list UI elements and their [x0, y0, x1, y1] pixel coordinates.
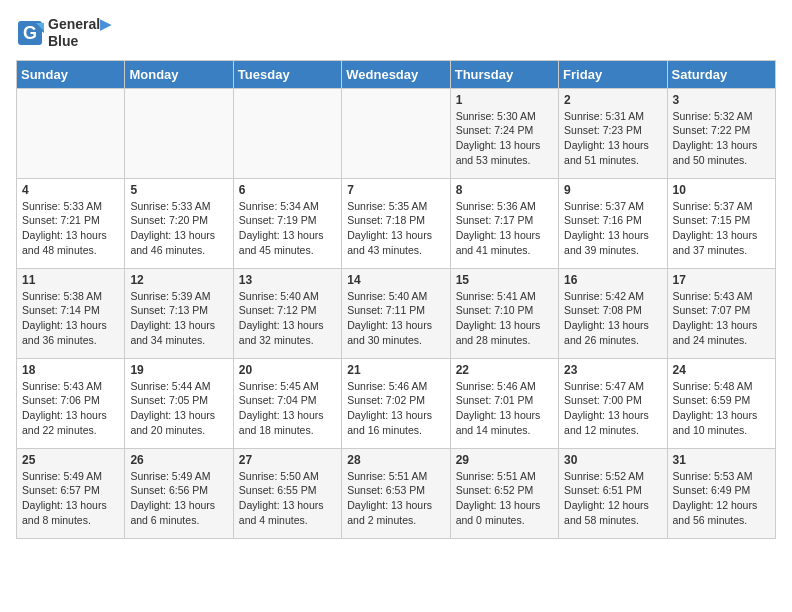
cell-info-line: and 4 minutes.	[239, 513, 336, 528]
cell-info-line: Daylight: 13 hours	[130, 228, 227, 243]
cell-info-line: Sunrise: 5:37 AM	[673, 199, 770, 214]
day-number: 16	[564, 273, 661, 287]
day-number: 12	[130, 273, 227, 287]
cell-info-line: Sunrise: 5:50 AM	[239, 469, 336, 484]
cell-info-line: Sunrise: 5:35 AM	[347, 199, 444, 214]
cell-info-line: and 20 minutes.	[130, 423, 227, 438]
cell-info-line: and 48 minutes.	[22, 243, 119, 258]
day-number: 15	[456, 273, 553, 287]
cell-info-line: and 53 minutes.	[456, 153, 553, 168]
cell-info-line: Sunset: 6:51 PM	[564, 483, 661, 498]
cell-info-line: Sunrise: 5:53 AM	[673, 469, 770, 484]
calendar-cell: 5Sunrise: 5:33 AMSunset: 7:20 PMDaylight…	[125, 178, 233, 268]
calendar-cell: 29Sunrise: 5:51 AMSunset: 6:52 PMDayligh…	[450, 448, 558, 538]
cell-info-line: Sunset: 6:59 PM	[673, 393, 770, 408]
day-number: 4	[22, 183, 119, 197]
cell-info-line: Daylight: 13 hours	[22, 408, 119, 423]
cell-info-line: Sunrise: 5:49 AM	[22, 469, 119, 484]
day-header-friday: Friday	[559, 60, 667, 88]
cell-info-line: Sunrise: 5:41 AM	[456, 289, 553, 304]
cell-info-line: Sunrise: 5:46 AM	[347, 379, 444, 394]
cell-info-line: Daylight: 13 hours	[130, 408, 227, 423]
cell-info-line: Sunrise: 5:46 AM	[456, 379, 553, 394]
cell-info-line: Sunrise: 5:48 AM	[673, 379, 770, 394]
cell-info-line: and 32 minutes.	[239, 333, 336, 348]
cell-info-line: and 26 minutes.	[564, 333, 661, 348]
day-number: 25	[22, 453, 119, 467]
svg-text:G: G	[23, 23, 37, 43]
calendar-cell: 1Sunrise: 5:30 AMSunset: 7:24 PMDaylight…	[450, 88, 558, 178]
calendar-week-row: 18Sunrise: 5:43 AMSunset: 7:06 PMDayligh…	[17, 358, 776, 448]
cell-info-line: Sunset: 6:56 PM	[130, 483, 227, 498]
cell-info-line: Sunrise: 5:44 AM	[130, 379, 227, 394]
cell-info-line: Sunrise: 5:31 AM	[564, 109, 661, 124]
cell-info-line: Sunset: 7:14 PM	[22, 303, 119, 318]
day-header-sunday: Sunday	[17, 60, 125, 88]
cell-info-line: and 6 minutes.	[130, 513, 227, 528]
cell-info-line: Sunset: 7:21 PM	[22, 213, 119, 228]
calendar-cell: 15Sunrise: 5:41 AMSunset: 7:10 PMDayligh…	[450, 268, 558, 358]
day-number: 24	[673, 363, 770, 377]
calendar-cell	[233, 88, 341, 178]
cell-info-line: and 45 minutes.	[239, 243, 336, 258]
cell-info-line: Daylight: 13 hours	[239, 318, 336, 333]
cell-info-line: Sunset: 7:05 PM	[130, 393, 227, 408]
calendar-cell: 10Sunrise: 5:37 AMSunset: 7:15 PMDayligh…	[667, 178, 775, 268]
cell-info-line: Sunset: 6:53 PM	[347, 483, 444, 498]
cell-info-line: Sunrise: 5:33 AM	[130, 199, 227, 214]
cell-info-line: Sunset: 7:16 PM	[564, 213, 661, 228]
calendar-cell: 27Sunrise: 5:50 AMSunset: 6:55 PMDayligh…	[233, 448, 341, 538]
day-number: 22	[456, 363, 553, 377]
day-number: 30	[564, 453, 661, 467]
calendar-cell: 30Sunrise: 5:52 AMSunset: 6:51 PMDayligh…	[559, 448, 667, 538]
cell-info-line: Daylight: 13 hours	[564, 138, 661, 153]
cell-info-line: and 56 minutes.	[673, 513, 770, 528]
cell-info-line: Daylight: 12 hours	[673, 498, 770, 513]
logo-icon: G	[16, 19, 44, 47]
cell-info-line: Sunrise: 5:40 AM	[239, 289, 336, 304]
day-header-wednesday: Wednesday	[342, 60, 450, 88]
calendar-week-row: 11Sunrise: 5:38 AMSunset: 7:14 PMDayligh…	[17, 268, 776, 358]
cell-info-line: Sunset: 6:49 PM	[673, 483, 770, 498]
calendar-cell: 19Sunrise: 5:44 AMSunset: 7:05 PMDayligh…	[125, 358, 233, 448]
cell-info-line: and 41 minutes.	[456, 243, 553, 258]
cell-info-line: and 28 minutes.	[456, 333, 553, 348]
cell-info-line: and 37 minutes.	[673, 243, 770, 258]
cell-info-line: Sunrise: 5:49 AM	[130, 469, 227, 484]
cell-info-line: Daylight: 13 hours	[130, 318, 227, 333]
day-number: 10	[673, 183, 770, 197]
day-number: 18	[22, 363, 119, 377]
cell-info-line: Sunset: 7:10 PM	[456, 303, 553, 318]
day-number: 26	[130, 453, 227, 467]
day-number: 7	[347, 183, 444, 197]
cell-info-line: and 39 minutes.	[564, 243, 661, 258]
day-number: 2	[564, 93, 661, 107]
cell-info-line: Daylight: 13 hours	[456, 408, 553, 423]
cell-info-line: Sunrise: 5:51 AM	[456, 469, 553, 484]
cell-info-line: Sunset: 7:24 PM	[456, 123, 553, 138]
calendar-cell: 31Sunrise: 5:53 AMSunset: 6:49 PMDayligh…	[667, 448, 775, 538]
cell-info-line: and 0 minutes.	[456, 513, 553, 528]
day-number: 29	[456, 453, 553, 467]
calendar-week-row: 1Sunrise: 5:30 AMSunset: 7:24 PMDaylight…	[17, 88, 776, 178]
cell-info-line: Sunset: 7:07 PM	[673, 303, 770, 318]
calendar-cell: 14Sunrise: 5:40 AMSunset: 7:11 PMDayligh…	[342, 268, 450, 358]
cell-info-line: and 34 minutes.	[130, 333, 227, 348]
logo-text: General▶ Blue	[48, 16, 111, 50]
calendar-cell: 8Sunrise: 5:36 AMSunset: 7:17 PMDaylight…	[450, 178, 558, 268]
cell-info-line: and 30 minutes.	[347, 333, 444, 348]
cell-info-line: and 8 minutes.	[22, 513, 119, 528]
cell-info-line: Sunrise: 5:40 AM	[347, 289, 444, 304]
cell-info-line: Sunset: 7:17 PM	[456, 213, 553, 228]
day-number: 20	[239, 363, 336, 377]
cell-info-line: Daylight: 13 hours	[673, 138, 770, 153]
cell-info-line: Daylight: 13 hours	[239, 408, 336, 423]
calendar-cell: 17Sunrise: 5:43 AMSunset: 7:07 PMDayligh…	[667, 268, 775, 358]
cell-info-line: and 51 minutes.	[564, 153, 661, 168]
calendar-cell: 28Sunrise: 5:51 AMSunset: 6:53 PMDayligh…	[342, 448, 450, 538]
calendar-cell	[125, 88, 233, 178]
cell-info-line: Daylight: 13 hours	[239, 228, 336, 243]
cell-info-line: Daylight: 13 hours	[347, 408, 444, 423]
cell-info-line: Sunset: 7:22 PM	[673, 123, 770, 138]
cell-info-line: Sunset: 7:18 PM	[347, 213, 444, 228]
